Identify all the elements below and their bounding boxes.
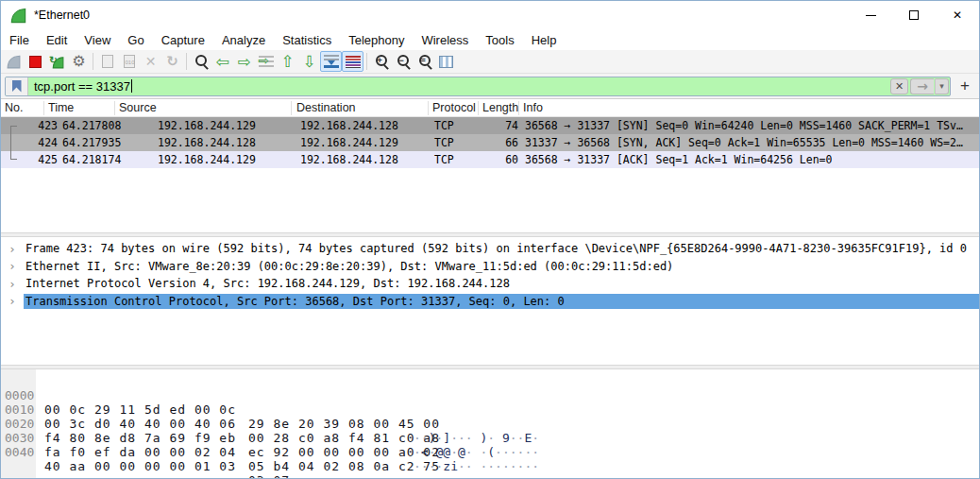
- wireshark-fin-icon: [9, 7, 27, 25]
- wireshark-window: *Ethernet0 ✕ File Edit View Go Capture A…: [0, 0, 980, 479]
- column-divider: [114, 101, 115, 115]
- filter-bookmark-button[interactable]: [6, 77, 28, 95]
- text-caret: [131, 79, 132, 93]
- menu-telephony[interactable]: Telephony: [340, 31, 413, 49]
- apply-arrow-icon: →: [917, 78, 928, 94]
- packet-row-425[interactable]: 425 64.218174 192.168.244.129 192.168.24…: [1, 151, 979, 168]
- filter-clear-button[interactable]: ✕: [890, 78, 908, 94]
- toolbar-separator: [186, 53, 187, 70]
- hex-row[interactable]: 0040 40 aa 00 00 00 00 01 03 03 07 @····…: [1, 431, 979, 445]
- normal-size-button[interactable]: =: [414, 51, 435, 72]
- menu-help[interactable]: Help: [523, 31, 566, 49]
- svg-text:↻: ↻: [49, 54, 58, 65]
- go-forward-button[interactable]: [233, 51, 255, 72]
- column-protocol[interactable]: Protocol: [432, 101, 476, 114]
- menu-edit[interactable]: Edit: [38, 31, 76, 49]
- main-toolbar: ↻ + − =: [1, 50, 979, 74]
- detail-ip[interactable]: Internet Protocol Version 4, Src: 192.16…: [1, 275, 979, 293]
- restart-capture-button[interactable]: ↻: [46, 51, 68, 72]
- shark-fin-gray-icon: [6, 54, 22, 70]
- packet-row-423[interactable]: 423 64.217808 192.168.244.129 192.168.24…: [1, 117, 979, 134]
- zoom-in-button[interactable]: +: [370, 51, 392, 72]
- filter-add-button[interactable]: +: [955, 77, 975, 95]
- save-file-button[interactable]: [118, 51, 140, 72]
- column-destination[interactable]: Destination: [296, 101, 356, 114]
- maximize-icon: [909, 10, 919, 20]
- detail-tcp-selected[interactable]: Transmission Control Protocol, Src Port:…: [1, 293, 979, 311]
- column-info[interactable]: Info: [523, 101, 543, 114]
- hex-row[interactable]: 0010 00 3c d0 40 40 00 40 06 00 28 c0 a8…: [1, 388, 979, 402]
- menu-tools[interactable]: Tools: [477, 31, 522, 49]
- column-no[interactable]: No.: [5, 101, 23, 114]
- column-source[interactable]: Source: [119, 101, 157, 114]
- zoom-out-button[interactable]: −: [392, 51, 414, 72]
- close-button[interactable]: ✕: [936, 1, 979, 29]
- column-time[interactable]: Time: [48, 101, 74, 114]
- find-packet-button[interactable]: [190, 51, 211, 72]
- packet-row-424[interactable]: 424 64.217935 192.168.244.128 192.168.24…: [1, 134, 979, 151]
- gear-icon: [72, 54, 85, 69]
- column-length[interactable]: Length: [482, 101, 518, 114]
- close-file-icon: [145, 54, 157, 69]
- go-last-packet-button[interactable]: [298, 51, 320, 72]
- menu-view[interactable]: View: [76, 31, 119, 49]
- toolbar-separator: [366, 53, 367, 70]
- resize-columns-icon: [439, 56, 453, 68]
- minimize-button[interactable]: [849, 1, 892, 29]
- hex-row[interactable]: 0020 f4 80 8e d8 7a 69 f9 eb ec 92 00 00…: [1, 402, 979, 417]
- toolbar-separator: [93, 53, 93, 70]
- go-to-packet-button[interactable]: [255, 51, 277, 72]
- colorize-toggle[interactable]: [342, 51, 363, 72]
- reload-file-button[interactable]: [161, 51, 183, 72]
- filter-apply-button[interactable]: →: [910, 78, 934, 94]
- go-first-packet-button[interactable]: [277, 51, 298, 72]
- window-controls: ✕: [849, 1, 979, 29]
- stop-square-icon: [29, 56, 42, 68]
- packet-details-pane: Frame 423: 74 bytes on wire (592 bits), …: [0, 237, 979, 365]
- open-file-button[interactable]: [96, 51, 118, 72]
- auto-scroll-toggle[interactable]: [320, 51, 342, 72]
- packet-list-header: No. Time Source Destination Protocol Len…: [1, 99, 979, 117]
- maximize-button[interactable]: [892, 1, 936, 29]
- chevron-down-icon: ▾: [939, 81, 944, 91]
- capture-options-button[interactable]: [68, 51, 90, 72]
- close-file-button[interactable]: [140, 51, 161, 72]
- minimize-icon: [866, 15, 876, 16]
- stop-capture-button[interactable]: [25, 51, 46, 72]
- resize-columns-button[interactable]: [435, 51, 457, 72]
- arrow-left-icon: [215, 54, 228, 70]
- start-capture-button[interactable]: [3, 51, 25, 72]
- detail-ethernet[interactable]: Ethernet II, Src: VMware_8e:20:39 (00:0c…: [1, 258, 979, 276]
- menu-analyze[interactable]: Analyze: [213, 31, 274, 49]
- column-divider: [428, 101, 429, 115]
- bookmark-icon: [12, 80, 22, 93]
- column-divider: [291, 101, 292, 115]
- menu-statistics[interactable]: Statistics: [274, 31, 340, 49]
- arrow-right-icon: [237, 54, 250, 70]
- detail-frame[interactable]: Frame 423: 74 bytes on wire (592 bits), …: [1, 240, 979, 258]
- column-divider: [518, 101, 519, 115]
- hex-row[interactable]: 0000 00 0c 29 11 5d ed 00 0c 29 8e 20 39…: [1, 374, 979, 388]
- arrow-up-icon: [280, 54, 294, 70]
- reload-icon: [166, 54, 178, 69]
- menubar: File Edit View Go Capture Analyze Statis…: [1, 29, 979, 50]
- go-back-button[interactable]: [211, 51, 233, 72]
- titlebar: *Ethernet0 ✕: [1, 1, 979, 29]
- column-divider: [43, 101, 44, 115]
- zoom-reset-icon: =: [417, 54, 432, 69]
- hex-row[interactable]: 0030 fa f0 ef da 00 00 02 04 05 b4 04 02…: [1, 417, 979, 431]
- menu-file[interactable]: File: [1, 31, 38, 49]
- menu-capture[interactable]: Capture: [153, 31, 213, 49]
- menu-wireless[interactable]: Wireless: [413, 31, 477, 49]
- filter-dropdown-button[interactable]: ▾: [935, 78, 949, 94]
- save-file-icon: [124, 55, 135, 68]
- clear-x-icon: ✕: [895, 80, 904, 93]
- display-filter-box: tcp.port == 31337 ✕ → ▾: [5, 77, 951, 96]
- arrow-down-icon: [302, 54, 315, 70]
- menu-go[interactable]: Go: [119, 31, 152, 49]
- shark-fin-restart-icon: ↻: [49, 54, 65, 70]
- conversation-bracket: [10, 126, 17, 160]
- colorize-icon: [346, 56, 361, 68]
- display-filter-input[interactable]: tcp.port == 31337: [28, 77, 889, 95]
- zoom-in-icon: +: [374, 54, 389, 69]
